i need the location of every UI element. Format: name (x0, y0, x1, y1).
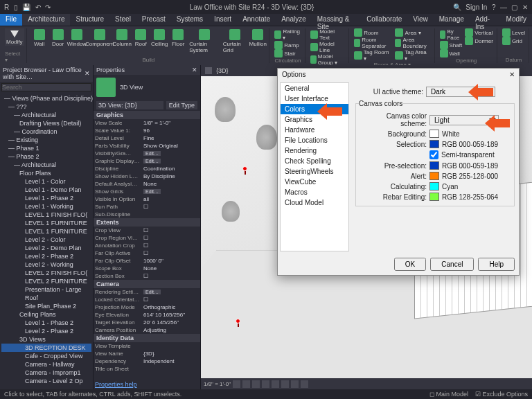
tree-node[interactable]: Drafting Views (Detail) (1, 119, 91, 127)
visual-style-icon[interactable] (242, 380, 250, 388)
tree-node[interactable]: Level 2 - Phase 2 (1, 327, 91, 335)
qat[interactable]: R ▯ 💾 ↶ ↷ (3, 3, 52, 11)
tab-file[interactable]: File (0, 14, 22, 26)
prop-row[interactable]: Crop Region Vi…☐ (94, 234, 200, 242)
browser-search[interactable] (1, 83, 91, 91)
hide-icon[interactable] (291, 380, 299, 388)
prop-row[interactable]: Camera PositionAdjusting (94, 326, 200, 334)
sun-icon[interactable] (252, 380, 260, 388)
tree-node[interactable]: Camera - Level 2 Op (1, 377, 91, 385)
color-swatch[interactable] (429, 193, 439, 201)
prop-row[interactable]: Target Elevation20' 6 145/256" (94, 319, 200, 326)
tree-node[interactable]: — Architectural (1, 161, 91, 169)
option-cat-rendering[interactable]: Rendering (281, 145, 348, 156)
prop-row[interactable]: Visible In Optionall (94, 195, 200, 203)
prop-row[interactable]: View Name{3D} (94, 350, 200, 357)
wall-tool[interactable]: Wall (438, 49, 464, 57)
prop-group[interactable]: Camera (94, 280, 200, 288)
semi-transparent-check[interactable] (429, 150, 438, 159)
panel-close-icon[interactable]: ✕ (192, 66, 197, 73)
tree-node[interactable]: — Phase 2 (1, 152, 91, 161)
tree-node[interactable]: Level 1 - Demo Plan (1, 186, 91, 194)
tree-node[interactable]: Camera - Hallway (1, 360, 91, 369)
signin-link[interactable]: Sign In (466, 3, 487, 11)
detail-icon[interactable] (233, 380, 240, 388)
select-dropdown[interactable]: Select ▾ (5, 51, 24, 63)
modify-tool[interactable]: Modify (5, 28, 24, 46)
prop-row[interactable]: Scope BoxNone (94, 265, 200, 272)
tree-node[interactable]: Level 1 - Color (1, 177, 91, 186)
option-cat-checkspelling[interactable]: Check Spelling (281, 156, 348, 166)
ramp-tool[interactable]: Ramp (273, 41, 302, 49)
modelline-tool[interactable]: Model Line (309, 41, 346, 53)
tab-steel[interactable]: Steel (109, 14, 136, 26)
modeltext-tool[interactable]: Model Text (309, 28, 346, 41)
dormer-tool[interactable]: Dormer (463, 37, 495, 45)
floor-tool[interactable]: Floor (169, 28, 187, 54)
tab-insert[interactable]: Insert (209, 14, 237, 26)
tab-massingsite[interactable]: Massing & Site (312, 14, 361, 26)
room-tool[interactable]: Room (353, 28, 393, 37)
properties-help-link[interactable]: Properties help (95, 381, 137, 388)
vertical-tool[interactable]: Vertical (463, 28, 495, 37)
option-cat-viewcube[interactable]: ViewCube (281, 177, 348, 187)
tree-node[interactable]: Level 2 - Color (1, 236, 91, 244)
view-selector[interactable]: 3D View: {3D} (96, 101, 163, 109)
tagroom-tool[interactable]: Tag Room ▾ (353, 49, 393, 62)
cancel-button[interactable]: Cancel (430, 258, 474, 271)
prop-row[interactable]: Parts VisibilityShow Original (94, 142, 200, 150)
tagarea-tool[interactable]: Tag Area ▾ (393, 49, 432, 62)
prop-row[interactable]: Section Box☐ (94, 272, 200, 280)
curtain-grid-tool[interactable]: Curtain Grid (222, 28, 248, 54)
app-menu-icon[interactable]: R (4, 3, 9, 11)
edit-type-button[interactable]: Edit Type (166, 101, 197, 109)
tab-analyze[interactable]: Analyze (276, 14, 312, 26)
railing-tool[interactable]: Railing ▾ (273, 28, 302, 41)
exclude-options[interactable]: ☑ Exclude Options (475, 391, 528, 398)
color-swatch[interactable] (429, 140, 439, 148)
option-cat-userinterface[interactable]: User Interface (281, 94, 348, 104)
mullion-tool[interactable]: Mullion (249, 28, 267, 54)
tab-systems[interactable]: Systems (171, 14, 209, 26)
option-cat-filelocations[interactable]: File Locations (281, 135, 348, 145)
tree-node[interactable]: LEVEL 2 FURNITURE (1, 277, 91, 285)
tree-node[interactable]: Level 2 - Demo Plan (1, 244, 91, 252)
browser-tree[interactable]: — Views (Phase and Discipline)— ??? — Ar… (0, 93, 93, 389)
grid-tool[interactable]: Grid (501, 37, 526, 45)
prop-row[interactable]: Visibility/Gra…Edit… (94, 150, 200, 157)
tree-node[interactable]: — ??? (1, 103, 91, 111)
prop-row[interactable]: View Scale1/8" = 1'-0" (94, 119, 200, 127)
tab-annotate[interactable]: Annotate (237, 14, 276, 26)
prop-row[interactable]: Locked Orientat…☐ (94, 296, 200, 303)
tree-node[interactable]: 3D RECPTION DESK (1, 344, 91, 352)
prop-row[interactable]: Graphic Display…Edit… (94, 157, 200, 165)
tree-node[interactable]: — Phase 1 (1, 144, 91, 152)
color-swatch[interactable] (429, 130, 439, 138)
roomseparator-tool[interactable]: Room Separator (353, 37, 393, 49)
stair-tool[interactable]: Stair (273, 49, 302, 57)
prop-row[interactable]: Far Clip Active☐ (94, 249, 200, 257)
model-selector[interactable]: ◻ Main Model (429, 391, 468, 398)
tree-node[interactable]: LEVEL 1 FURNITURE (1, 219, 91, 227)
level-tool[interactable]: Level (501, 28, 526, 37)
prop-row[interactable]: Detail LevelFine (94, 134, 200, 142)
color-swatch[interactable] (429, 172, 439, 180)
color-swatch[interactable] (429, 182, 439, 190)
prop-row[interactable]: Rendering Setti…Edit… (94, 288, 200, 296)
prop-group[interactable]: Identity Data (94, 334, 200, 342)
window-tool[interactable]: Window (68, 28, 87, 54)
panel-close-icon[interactable]: ✕ (85, 70, 90, 77)
option-cat-macros[interactable]: Macros (281, 187, 348, 197)
wall-tool[interactable]: Wall (30, 28, 48, 54)
save-icon[interactable]: 💾 (22, 3, 30, 11)
prop-row[interactable]: Annotation Crop☐ (94, 242, 200, 249)
canvas-scheme-select[interactable]: Light (429, 115, 499, 125)
prop-row[interactable]: View Template (94, 342, 200, 350)
dialog-categories[interactable]: GeneralUser InterfaceColorsGraphicsHardw… (280, 82, 349, 251)
reveal-icon[interactable] (301, 380, 308, 388)
tree-node[interactable]: Level 1 - Phase 2 (1, 194, 91, 202)
prop-row[interactable]: Far Clip Offset1000' 0" (94, 257, 200, 265)
prop-row[interactable]: Projection ModeOrthographic (94, 303, 200, 311)
option-cat-cloudmodel[interactable]: Cloud Model (281, 197, 348, 208)
option-cat-hardware[interactable]: Hardware (281, 125, 348, 135)
